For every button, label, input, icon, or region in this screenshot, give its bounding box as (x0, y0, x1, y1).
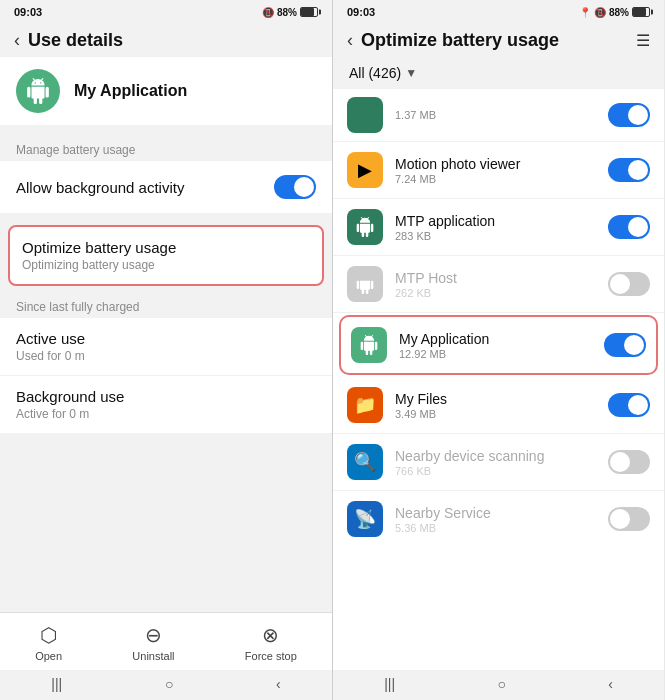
nearby-service-icon: 📡 (347, 501, 383, 537)
mtp-app-name: MTP application (395, 213, 608, 229)
my-files-toggle[interactable] (608, 393, 650, 417)
android-icon-mtp-host (355, 274, 375, 294)
android-icon-my-app (359, 335, 379, 355)
usage-card: Active use Used for 0 m Background use A… (0, 318, 332, 433)
back-btn-left[interactable]: ‹ (276, 676, 281, 692)
menu-btn-right[interactable]: ||| (384, 676, 395, 692)
battery-text-right: 88% (609, 7, 629, 18)
my-files-icon: 📁 (347, 387, 383, 423)
signal-icon-right: 📵 (594, 7, 606, 18)
optimize-battery-subtitle: Optimizing battery usage (22, 258, 310, 272)
allow-background-toggle[interactable] (274, 175, 316, 199)
android-icon-main (25, 78, 51, 104)
nav-header-right: ‹ Optimize battery usage ☰ (333, 22, 664, 57)
motion-photo-name: Motion photo viewer (395, 156, 608, 172)
my-app-size: 12.92 MB (399, 348, 604, 360)
battery-icon-right (632, 7, 650, 17)
right-panel: 09:03 📍 📵 88% ‹ Optimize battery usage ☰… (332, 0, 664, 700)
my-files-size: 3.49 MB (395, 408, 608, 420)
system-nav-right: ||| ○ ‹ (333, 670, 664, 700)
menu-btn-left[interactable]: ||| (51, 676, 62, 692)
my-app-icon (351, 327, 387, 363)
uninstall-button[interactable]: ⊖ Uninstall (132, 623, 174, 662)
back-btn-right[interactable]: ‹ (608, 676, 613, 692)
optimize-battery-row[interactable]: Optimize battery usage Optimizing batter… (10, 227, 322, 284)
time-left: 09:03 (14, 6, 42, 18)
mtp-host-toggle[interactable] (608, 272, 650, 296)
list-item-my-app[interactable]: My Application 12.92 MB (341, 317, 656, 373)
list-item-nearby-device[interactable]: 🔍 Nearby device scanning 766 KB (333, 434, 664, 491)
force-stop-icon: ⊗ (262, 623, 279, 647)
active-use-sub: Used for 0 m (16, 349, 316, 363)
back-button-left[interactable]: ‹ (14, 30, 20, 51)
open-label: Open (35, 650, 62, 662)
app-list: 1.37 MB ▶ Motion photo viewer 7.24 MB MT… (333, 89, 664, 670)
uninstall-label: Uninstall (132, 650, 174, 662)
mtp-host-icon (347, 266, 383, 302)
nearby-device-size: 766 KB (395, 465, 608, 477)
my-application-highlight: My Application 12.92 MB (339, 315, 658, 375)
status-bar-left: 09:03 📵 88% (0, 0, 332, 22)
my-files-name: My Files (395, 391, 608, 407)
system-nav-left: ||| ○ ‹ (0, 670, 332, 700)
android-icon-mtp (355, 217, 375, 237)
uninstall-icon: ⊖ (145, 623, 162, 647)
nearby-device-toggle[interactable] (608, 450, 650, 474)
list-item-mtp-app[interactable]: MTP application 283 KB (333, 199, 664, 256)
list-item-partial[interactable]: 1.37 MB (333, 89, 664, 142)
motion-photo-size: 7.24 MB (395, 173, 608, 185)
force-stop-label: Force stop (245, 650, 297, 662)
page-title-right: Optimize battery usage (361, 30, 636, 51)
allow-background-row[interactable]: Allow background activity (0, 161, 332, 213)
list-item-motion-photo[interactable]: ▶ Motion photo viewer 7.24 MB (333, 142, 664, 199)
motion-photo-icon: ▶ (347, 152, 383, 188)
status-bar-right: 09:03 📍 📵 88% (333, 0, 664, 22)
list-item-nearby-service[interactable]: 📡 Nearby Service 5.36 MB (333, 491, 664, 547)
my-app-toggle[interactable] (604, 333, 646, 357)
background-use-sub: Active for 0 m (16, 407, 316, 421)
list-item-mtp-host[interactable]: MTP Host 262 KB (333, 256, 664, 313)
app-header: My Application (0, 57, 332, 125)
list-item-my-files[interactable]: 📁 My Files 3.49 MB (333, 377, 664, 434)
home-btn-right[interactable]: ○ (497, 676, 505, 692)
mtp-host-size: 262 KB (395, 287, 608, 299)
left-panel: 09:03 📵 88% ‹ Use details My Application… (0, 0, 332, 700)
force-stop-button[interactable]: ⊗ Force stop (245, 623, 297, 662)
nearby-device-icon: 🔍 (347, 444, 383, 480)
time-right: 09:03 (347, 6, 375, 18)
back-button-right[interactable]: ‹ (347, 30, 353, 51)
optimize-battery-highlight: Optimize battery usage Optimizing batter… (8, 225, 324, 286)
battery-text: 88% (277, 7, 297, 18)
open-icon: ⬡ (40, 623, 57, 647)
nav-header-left: ‹ Use details (0, 22, 332, 57)
background-use-title: Background use (16, 388, 316, 405)
mtp-app-size: 283 KB (395, 230, 608, 242)
open-button[interactable]: ⬡ Open (35, 623, 62, 662)
partial-app-toggle[interactable] (608, 103, 650, 127)
filter-bar[interactable]: All (426) ▼ (333, 57, 664, 89)
motion-photo-toggle[interactable] (608, 158, 650, 182)
app-icon-main (16, 69, 60, 113)
mtp-host-name: MTP Host (395, 270, 608, 286)
status-icons-right: 📍 📵 88% (579, 7, 650, 18)
nearby-device-name: Nearby device scanning (395, 448, 608, 464)
nearby-service-toggle[interactable] (608, 507, 650, 531)
allow-background-card: Allow background activity (0, 161, 332, 213)
home-btn-left[interactable]: ○ (165, 676, 173, 692)
mtp-app-icon (347, 209, 383, 245)
filter-icon[interactable]: ☰ (636, 31, 650, 50)
mtp-app-toggle[interactable] (608, 215, 650, 239)
nearby-service-name: Nearby Service (395, 505, 608, 521)
dropdown-arrow-icon: ▼ (405, 66, 417, 80)
partial-app-size: 1.37 MB (395, 109, 608, 121)
signal-icon: 📵 (262, 7, 274, 18)
app-name-label: My Application (74, 82, 187, 100)
section-since-charged: Since last fully charged (0, 290, 332, 318)
status-icons-left: 📵 88% (262, 7, 318, 18)
bottom-nav-left: ⬡ Open ⊖ Uninstall ⊗ Force stop (0, 612, 332, 670)
allow-background-title: Allow background activity (16, 179, 274, 196)
optimize-battery-title: Optimize battery usage (22, 239, 310, 256)
my-app-name: My Application (399, 331, 604, 347)
background-use-row: Background use Active for 0 m (0, 376, 332, 433)
filter-label: All (426) (349, 65, 401, 81)
